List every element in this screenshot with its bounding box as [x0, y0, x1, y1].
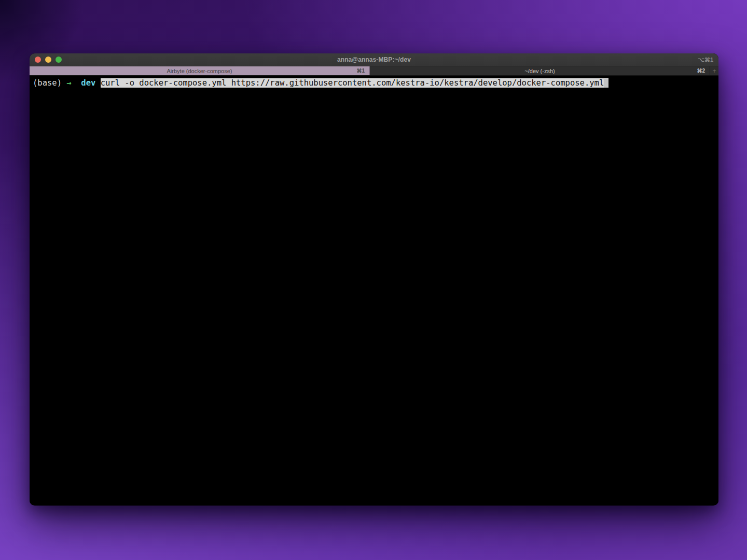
terminal-window: anna@annas-MBP:~/dev ⌥⌘1 Airbyte (docker… — [30, 53, 718, 506]
desktop-background: anna@annas-MBP:~/dev ⌥⌘1 Airbyte (docker… — [0, 0, 747, 560]
command-input-text: curl -o docker-compose.yml https://raw.g… — [101, 78, 604, 88]
tab-shortcut-hint: ⌘2 — [697, 66, 705, 75]
new-tab-button[interactable]: + — [710, 66, 718, 75]
prompt-line: (base) → dev curl -o docker-compose.yml … — [33, 77, 718, 89]
window-titlebar[interactable]: anna@annas-MBP:~/dev ⌥⌘1 — [30, 53, 718, 66]
tab-dev-zsh[interactable]: ~/dev (-zsh) ⌘2 — [370, 66, 710, 75]
tab-shortcut-hint: ⌘1 — [356, 66, 365, 75]
prompt-conda-env: (base) — [33, 78, 62, 88]
window-shortcut-hint: ⌥⌘1 — [698, 53, 713, 66]
tab-airbyte-docker-compose[interactable]: Airbyte (docker-compose) ⌘1 — [30, 66, 370, 75]
tab-label: Airbyte (docker-compose) — [167, 68, 232, 74]
prompt-arrow: → — [66, 78, 71, 88]
prompt-directory: dev — [81, 78, 95, 88]
tab-bar: Airbyte (docker-compose) ⌘1 ~/dev (-zsh)… — [30, 66, 718, 76]
tab-label: ~/dev (-zsh) — [524, 68, 555, 74]
window-title: anna@annas-MBP:~/dev — [30, 53, 718, 66]
terminal-cursor — [604, 78, 608, 88]
terminal-content[interactable]: (base) → dev curl -o docker-compose.yml … — [30, 76, 718, 505]
